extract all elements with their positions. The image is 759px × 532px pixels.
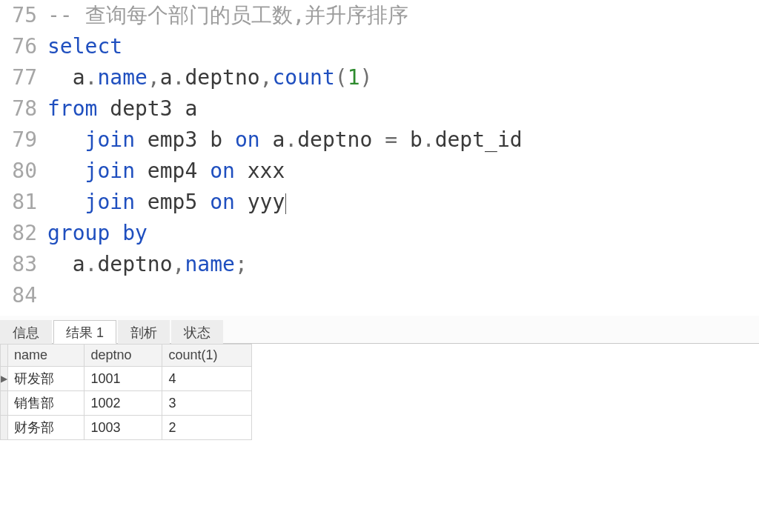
token-keyword: on — [210, 159, 235, 183]
code-line[interactable]: 78from dept3 a — [0, 93, 759, 124]
token-ident: a — [73, 252, 85, 276]
token-ident: b — [397, 127, 422, 152]
cell-count[interactable]: 2 — [162, 416, 252, 440]
code-line[interactable]: 83 a.deptno,name; — [0, 249, 759, 280]
code-content[interactable]: join emp5 on yyy — [47, 187, 759, 218]
column-header[interactable]: count(1) — [162, 345, 252, 367]
token-ident: deptno — [185, 65, 259, 90]
row-marker — [1, 416, 8, 440]
token-ident: emp4 — [135, 159, 210, 183]
token-ident: yyy — [235, 190, 285, 214]
token-punct: . — [173, 65, 185, 90]
cell-name[interactable]: 财务部 — [8, 416, 84, 440]
token-ident: a — [260, 127, 285, 152]
cell-count[interactable]: 3 — [162, 391, 252, 416]
cell-deptno[interactable]: 1001 — [84, 367, 162, 391]
code-line[interactable]: 82group by — [0, 218, 759, 249]
code-content[interactable]: join emp4 on xxx — [47, 156, 759, 187]
code-content[interactable]: a.deptno,name; — [47, 249, 759, 280]
token-keyword: select — [47, 34, 122, 59]
cell-deptno[interactable]: 1003 — [84, 416, 162, 440]
sql-editor[interactable]: 75-- 查询每个部门的员工数,并升序排序76select77 a.name,a… — [0, 0, 759, 311]
token-punct — [47, 127, 85, 152]
token-punct: . — [85, 252, 98, 276]
code-content[interactable]: group by — [47, 218, 759, 249]
code-line[interactable]: 76select — [0, 31, 759, 62]
cell-name[interactable]: 销售部 — [8, 391, 84, 416]
token-ident: a — [73, 65, 85, 90]
line-number: 81 — [0, 187, 47, 218]
line-number: 80 — [0, 156, 47, 187]
code-content[interactable]: -- 查询每个部门的员工数,并升序排序 — [47, 0, 759, 31]
code-line[interactable]: 80 join emp4 on xxx — [0, 156, 759, 187]
token-keyword: on — [235, 127, 260, 152]
token-keyword: count — [272, 65, 334, 90]
row-marker — [1, 391, 8, 416]
token-punct: , — [148, 65, 160, 90]
token-keyword: from — [47, 96, 97, 121]
code-content[interactable]: select — [47, 31, 759, 62]
code-line[interactable]: 75-- 查询每个部门的员工数,并升序排序 — [0, 0, 759, 31]
cell-deptno[interactable]: 1002 — [84, 391, 162, 416]
tab-2[interactable]: 剖析 — [118, 320, 170, 344]
tab-1[interactable]: 结果 1 — [53, 320, 116, 344]
token-punct: . — [422, 127, 435, 152]
tab-3[interactable]: 状态 — [171, 320, 223, 344]
token-keyword: join — [85, 159, 135, 183]
line-number: 78 — [0, 93, 47, 124]
column-header[interactable]: deptno — [84, 345, 162, 367]
line-number: 75 — [0, 0, 47, 31]
line-number: 79 — [0, 124, 47, 156]
token-punct: ; — [235, 252, 248, 276]
token-punct — [47, 159, 85, 183]
token-comment: -- — [47, 3, 85, 27]
results-tabs: 信息结果 1剖析状态 — [0, 316, 759, 344]
column-header[interactable]: name — [8, 345, 84, 367]
table-row[interactable]: 销售部10023 — [1, 391, 252, 416]
token-punct — [47, 65, 73, 90]
code-line[interactable]: 84 — [0, 280, 759, 311]
token-punct: . — [285, 127, 297, 152]
line-number: 82 — [0, 218, 47, 249]
code-content[interactable]: from dept3 a — [47, 93, 759, 124]
token-ident: dept_id — [435, 127, 523, 152]
line-number: 84 — [0, 280, 47, 311]
table-row[interactable]: ▶研发部10014 — [1, 367, 252, 391]
code-line[interactable]: 81 join emp5 on yyy — [0, 187, 759, 218]
cell-count[interactable]: 4 — [162, 367, 252, 391]
token-keyword: name — [97, 65, 147, 90]
token-ident: dept3 a — [97, 96, 197, 121]
code-line[interactable]: 77 a.name,a.deptno,count(1) — [0, 62, 759, 93]
code-content[interactable]: join emp3 b on a.deptno = b.dept_id — [47, 124, 759, 156]
token-punct — [47, 252, 73, 276]
row-marker: ▶ — [1, 367, 8, 391]
row-handle-header — [1, 345, 8, 367]
line-number: 83 — [0, 249, 47, 280]
token-ident: deptno — [297, 127, 385, 152]
cell-name[interactable]: 研发部 — [8, 367, 84, 391]
token-punct: . — [85, 65, 98, 90]
token-number: 1 — [348, 65, 360, 90]
token-punct: , — [173, 252, 185, 276]
token-punct — [47, 190, 85, 214]
token-keyword: group by — [47, 221, 148, 245]
token-keyword: join — [85, 190, 135, 214]
token-punct: ( — [335, 65, 348, 90]
token-ident: a — [160, 65, 173, 90]
token-ident: xxx — [235, 159, 285, 183]
token-comment: 查询每个部门的员工数,并升序排序 — [85, 3, 409, 27]
text-cursor — [285, 193, 286, 214]
token-ident: deptno — [97, 252, 172, 276]
line-number: 76 — [0, 31, 47, 62]
results-panel: 信息结果 1剖析状态 namedeptnocount(1)▶研发部10014销售… — [0, 316, 759, 440]
tab-0[interactable]: 信息 — [0, 320, 52, 344]
token-punct: , — [260, 65, 273, 90]
token-keyword: join — [85, 127, 135, 152]
token-ident: emp5 — [135, 190, 210, 214]
results-table[interactable]: namedeptnocount(1)▶研发部10014销售部10023财务部10… — [0, 344, 252, 440]
code-line[interactable]: 79 join emp3 b on a.deptno = b.dept_id — [0, 124, 759, 156]
table-row[interactable]: 财务部10032 — [1, 416, 252, 440]
token-punct: = — [385, 127, 397, 152]
token-ident: emp3 b — [135, 127, 235, 152]
code-content[interactable]: a.name,a.deptno,count(1) — [47, 62, 759, 93]
